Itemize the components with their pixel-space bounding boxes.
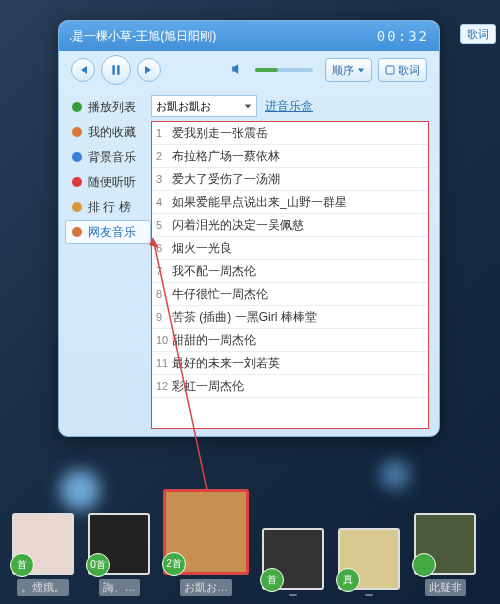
avatar: 0首 <box>88 513 150 575</box>
sidebar-item-3[interactable]: 随便听听 <box>65 170 151 194</box>
song-row[interactable]: 12彩虹一周杰伦 <box>152 375 428 398</box>
sidebar-icon <box>70 225 84 239</box>
friends-dock: 首。煙娥。0首誨、…2首お凱お…首真此疑非 <box>0 481 500 604</box>
sidebar-icon <box>70 175 84 189</box>
svg-point-4 <box>72 177 82 187</box>
sidebar-icon <box>70 200 84 214</box>
avatar <box>414 513 476 575</box>
song-number: 5 <box>156 219 172 231</box>
sidebar-item-4[interactable]: 排 行 榜 <box>65 195 151 219</box>
song-number: 9 <box>156 311 172 323</box>
lyric-window-tag[interactable]: 歌词 <box>460 24 496 44</box>
svg-point-2 <box>72 127 82 137</box>
song-title: 我不配一周杰伦 <box>172 263 256 280</box>
sidebar-item-5[interactable]: 网友音乐 <box>65 220 151 244</box>
sidebar-item-label: 排 行 榜 <box>88 199 131 216</box>
avatar: 真 <box>338 528 400 590</box>
sidebar-item-label: 随便听听 <box>88 174 136 191</box>
song-count-badge <box>412 553 436 577</box>
song-number: 3 <box>156 173 172 185</box>
song-number: 1 <box>156 127 172 139</box>
song-row[interactable]: 8牛仔很忙一周杰伦 <box>152 283 428 306</box>
user-dropdown[interactable]: お凱お凱お <box>151 95 257 117</box>
song-number: 2 <box>156 150 172 162</box>
song-row[interactable]: 2布拉格广场一蔡依林 <box>152 145 428 168</box>
sidebar-item-label: 背景音乐 <box>88 149 136 166</box>
sidebar-icon <box>70 125 84 139</box>
avatar: 首 <box>262 528 324 590</box>
song-number: 12 <box>156 380 172 392</box>
sidebar-item-2[interactable]: 背景音乐 <box>65 145 151 169</box>
song-number: 7 <box>156 265 172 277</box>
sidebar-item-label: 网友音乐 <box>88 224 136 241</box>
elapsed-time: 00:32 <box>377 28 429 44</box>
dock-label: 。煙娥。 <box>17 579 69 596</box>
song-row[interactable]: 4如果爱能早点说出来_山野一群星 <box>152 191 428 214</box>
avatar: 2首 <box>163 489 249 575</box>
dock-label: 此疑非 <box>425 579 466 596</box>
playback-controls: 顺序 歌词 <box>59 51 439 89</box>
song-title: 如果爱能早点说出来_山野一群星 <box>172 194 347 211</box>
song-title: 闪着泪光的决定一吴佩慈 <box>172 217 304 234</box>
song-row[interactable]: 1爱我别走一张震岳 <box>152 122 428 145</box>
sidebar-item-label: 播放列表 <box>88 99 136 116</box>
song-count-badge: 首 <box>10 553 34 577</box>
play-mode-button[interactable]: 顺序 <box>325 58 372 82</box>
sidebar-icon <box>70 100 84 114</box>
song-count-badge: 0首 <box>86 553 110 577</box>
song-title: 牛仔很忙一周杰伦 <box>172 286 268 303</box>
dock-item-1[interactable]: 0首誨、… <box>84 513 154 596</box>
song-row[interactable]: 9苦茶 (插曲) 一黑Girl 棒棒堂 <box>152 306 428 329</box>
next-button[interactable] <box>137 58 161 82</box>
song-count-badge: 2首 <box>162 552 186 576</box>
sidebar-item-1[interactable]: 我的收藏 <box>65 120 151 144</box>
song-title: 彩虹一周杰伦 <box>172 378 244 395</box>
song-number: 10 <box>156 334 172 346</box>
dock-item-0[interactable]: 首。煙娥。 <box>8 513 78 596</box>
titlebar: .是一棵小草-王旭(旭日阳刚) 00:32 <box>59 21 439 51</box>
song-title: 甜甜的一周杰伦 <box>172 332 256 349</box>
song-count-badge: 首 <box>260 568 284 592</box>
dock-label: お凱お… <box>180 579 232 596</box>
music-box-link[interactable]: 进音乐盒 <box>265 98 313 115</box>
song-row[interactable]: 6烟火一光良 <box>152 237 428 260</box>
song-row[interactable]: 7我不配一周杰伦 <box>152 260 428 283</box>
avatar: 首 <box>12 513 74 575</box>
pause-button[interactable] <box>101 55 131 85</box>
dock-item-5[interactable]: 此疑非 <box>410 513 480 596</box>
song-row[interactable]: 5闪着泪光的决定一吴佩慈 <box>152 214 428 237</box>
song-number: 11 <box>156 357 172 369</box>
song-title: 烟火一光良 <box>172 240 232 257</box>
song-number: 4 <box>156 196 172 208</box>
svg-point-3 <box>72 152 82 162</box>
sidebar-icon <box>70 150 84 164</box>
song-number: 8 <box>156 288 172 300</box>
dock-label <box>289 594 297 596</box>
svg-point-6 <box>72 227 82 237</box>
volume-icon[interactable] <box>231 63 243 78</box>
dock-item-2[interactable]: 2首お凱お… <box>160 489 252 596</box>
svg-rect-0 <box>386 66 394 74</box>
song-list: 1爱我别走一张震岳2布拉格广场一蔡依林3爱大了受伤了一汤潮4如果爱能早点说出来_… <box>151 121 429 429</box>
song-row[interactable]: 11最好的未来一刘若英 <box>152 352 428 375</box>
sidebar-item-label: 我的收藏 <box>88 124 136 141</box>
song-number: 6 <box>156 242 172 254</box>
dock-label: 誨、… <box>99 579 140 596</box>
song-title: 最好的未来一刘若英 <box>172 355 280 372</box>
svg-point-5 <box>72 202 82 212</box>
song-title: 爱我别走一张震岳 <box>172 125 268 142</box>
song-title: 爱大了受伤了一汤潮 <box>172 171 280 188</box>
sidebar-item-0[interactable]: 播放列表 <box>65 95 151 119</box>
dock-item-3[interactable]: 首 <box>258 528 328 596</box>
song-row[interactable]: 10甜甜的一周杰伦 <box>152 329 428 352</box>
dock-item-4[interactable]: 真 <box>334 528 404 596</box>
svg-point-1 <box>72 102 82 112</box>
now-playing-title: .是一棵小草-王旭(旭日阳刚) <box>69 28 377 45</box>
lyric-button[interactable]: 歌词 <box>378 58 427 82</box>
volume-slider[interactable] <box>255 68 313 72</box>
song-title: 苦茶 (插曲) 一黑Girl 棒棒堂 <box>172 309 317 326</box>
music-player-window: .是一棵小草-王旭(旭日阳刚) 00:32 顺序 歌词 播放列表我的收藏背景音乐… <box>58 20 440 437</box>
song-title: 布拉格广场一蔡依林 <box>172 148 280 165</box>
prev-button[interactable] <box>71 58 95 82</box>
song-row[interactable]: 3爱大了受伤了一汤潮 <box>152 168 428 191</box>
